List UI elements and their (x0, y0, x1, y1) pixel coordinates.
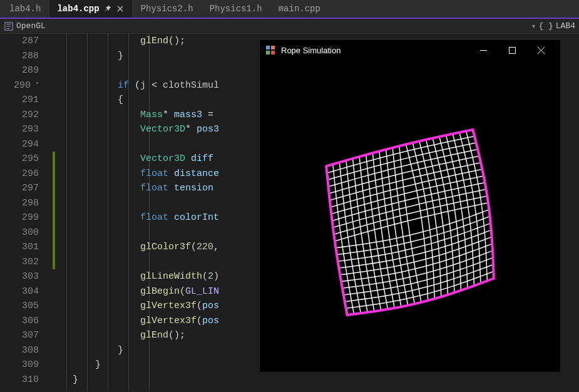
tab-lab4-cpp[interactable]: lab4.cpp (49, 0, 131, 18)
line-number: 295 (0, 152, 39, 167)
chevron-down-icon[interactable]: ▾ (529, 21, 539, 31)
simulation-window[interactable]: Rope Simulation (260, 40, 560, 372)
tab-label: Physics1.h (210, 4, 262, 14)
brace-icon: { } (538, 21, 553, 31)
line-number: 289 (0, 63, 39, 78)
window-close-button[interactable] (526, 40, 555, 60)
line-number: 306 (0, 314, 39, 329)
line-number-gutter[interactable]: 287288289290˅291292293294295296297298299… (0, 34, 60, 391)
line-number: 297 (0, 181, 39, 196)
line-number: 308 (0, 343, 39, 358)
code-editor[interactable]: 287288289290˅291292293294295296297298299… (0, 34, 579, 391)
svg-rect-2 (271, 46, 275, 49)
tab-physics1-h[interactable]: Physics1.h (202, 0, 270, 18)
line-number: 303 (0, 269, 39, 284)
window-maximize-button[interactable] (498, 40, 526, 60)
line-number: 307 (0, 328, 39, 343)
simulation-titlebar[interactable]: Rope Simulation (260, 40, 560, 60)
svg-rect-3 (266, 51, 270, 54)
scope-right[interactable]: { } LAB4 (538, 21, 575, 31)
line-number: 288 (0, 49, 39, 64)
scope-left[interactable]: OpenGL (4, 21, 46, 31)
simulation-title: Rope Simulation (281, 46, 469, 55)
tab-label: lab4.h (9, 4, 41, 14)
tab-lab4-h[interactable]: lab4.h (2, 0, 48, 18)
svg-rect-1 (266, 46, 270, 49)
line-number: 304 (0, 284, 39, 299)
simulation-viewport[interactable] (260, 60, 560, 372)
line-number: 300 (0, 225, 39, 240)
fold-chevron-icon[interactable]: ˅ (31, 78, 39, 93)
line-number: 293 (0, 122, 39, 137)
tab-label: lab4.cpp (57, 4, 99, 14)
cloth-mesh (312, 114, 508, 330)
tab-bar: lab4.h lab4.cpp Physics2.h Physics1.h ma… (0, 0, 579, 19)
svg-rect-4 (271, 51, 275, 54)
pin-icon[interactable] (103, 4, 112, 13)
line-number: 291 (0, 93, 39, 108)
tab-physics2-h[interactable]: Physics2.h (133, 0, 201, 18)
line-number: 301 (0, 240, 39, 255)
line-number: 299 (0, 210, 39, 225)
line-number: 310 (0, 373, 39, 388)
window-minimize-button[interactable] (469, 40, 498, 60)
line-number: 296 (0, 167, 39, 182)
module-icon (4, 21, 14, 31)
svg-rect-5 (509, 47, 515, 53)
breadcrumb-bar: OpenGL ▾ { } LAB4 (0, 19, 579, 34)
line-number: 290˅ (0, 78, 39, 93)
code-line[interactable]: } (61, 373, 579, 388)
tab-label: main.cpp (279, 4, 320, 14)
app-icon (265, 44, 276, 56)
close-icon[interactable] (116, 4, 125, 13)
scope-name: LAB4 (556, 21, 575, 31)
line-number: 309 (0, 358, 39, 373)
line-number: 287 (0, 34, 39, 49)
tab-main-cpp[interactable]: main.cpp (271, 0, 328, 18)
tab-label: Physics2.h (141, 4, 193, 14)
line-number: 302 (0, 255, 39, 270)
line-number: 292 (0, 108, 39, 123)
line-number: 298 (0, 196, 39, 211)
change-marker-strip (53, 34, 55, 391)
line-number: 294 (0, 137, 39, 152)
line-number: 305 (0, 299, 39, 314)
scope-name: OpenGL (16, 21, 46, 31)
